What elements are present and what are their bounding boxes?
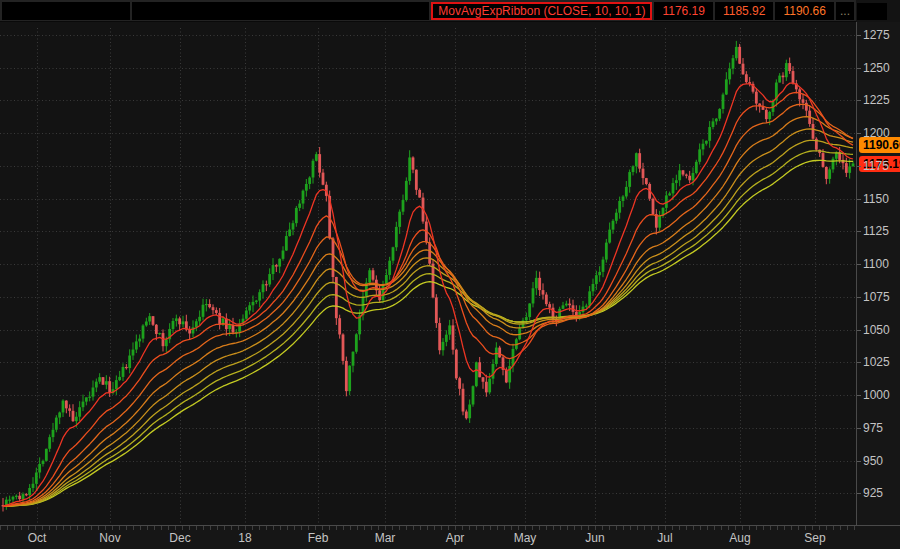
- study-values-overflow[interactable]: ...: [836, 2, 854, 20]
- study-label-cell[interactable]: MovAvgExpRibbon (CLOSE, 10, 10, 1): [431, 2, 652, 20]
- study-label: MovAvgExpRibbon (CLOSE, 10, 10, 1): [438, 4, 645, 18]
- time-axis-label: Aug: [729, 531, 750, 545]
- price-axis-tick: [857, 166, 861, 167]
- price-axis-label: 1150: [863, 192, 889, 206]
- time-axis-label: Feb: [308, 531, 329, 545]
- study-value-3: 1190.66: [783, 4, 826, 18]
- time-axis-label: May: [514, 531, 537, 545]
- time-axis[interactable]: OctNovDec18FebMarAprMayJunJulAugSep: [0, 525, 900, 549]
- study-value-cell-1[interactable]: 1176.19: [654, 2, 713, 20]
- price-axis-tick: [857, 362, 861, 363]
- price-axis[interactable]: 1190.66 1176.19 925950975100010251050107…: [856, 22, 900, 525]
- price-axis-label: 1000: [863, 388, 890, 402]
- study-value-cell-3[interactable]: 1190.66: [775, 2, 834, 20]
- price-axis-tick: [857, 264, 861, 265]
- overflow-ellipsis: ...: [840, 4, 850, 18]
- time-axis-label: Dec: [169, 531, 190, 545]
- price-axis-tick: [857, 199, 861, 200]
- price-axis-label: 950: [863, 454, 883, 468]
- price-axis-tick: [857, 395, 861, 396]
- price-axis-label: 925: [863, 486, 883, 500]
- price-axis-label: 1025: [863, 355, 890, 369]
- price-axis-label: 1200: [863, 126, 890, 140]
- price-axis-label: 1050: [863, 323, 890, 337]
- price-axis-tick: [857, 35, 861, 36]
- time-axis-label: Mar: [375, 531, 396, 545]
- time-axis-label: Jul: [657, 531, 672, 545]
- price-axis-label: 1100: [863, 257, 889, 271]
- time-axis-label: Oct: [28, 531, 47, 545]
- time-axis-label: Nov: [99, 531, 120, 545]
- time-axis-label: Sep: [804, 531, 825, 545]
- price-axis-label: 1225: [863, 93, 890, 107]
- study-legend-bar: MovAvgExpRibbon (CLOSE, 10, 10, 1) 1176.…: [0, 0, 856, 22]
- price-axis-label: 1175: [863, 159, 889, 173]
- price-chart-canvas[interactable]: [0, 22, 856, 525]
- price-axis-tick: [857, 330, 861, 331]
- study-value-2: 1185.92: [723, 4, 766, 18]
- legend-blank-cell[interactable]: [132, 2, 429, 20]
- price-axis-tick: [857, 428, 861, 429]
- time-axis-ticks: [0, 526, 856, 530]
- price-axis-tick: [857, 68, 861, 69]
- time-axis-label: Jun: [585, 531, 604, 545]
- price-axis-label: 1250: [863, 61, 890, 75]
- price-axis-tick: [857, 493, 861, 494]
- price-axis-tick: [857, 100, 861, 101]
- time-axis-label: Apr: [446, 531, 465, 545]
- legend-blank-cell[interactable]: [2, 2, 130, 20]
- price-axis-tick: [857, 133, 861, 134]
- time-axis-label: 18: [238, 531, 251, 545]
- price-axis-label: 975: [863, 421, 883, 435]
- study-value-1: 1176.19: [662, 4, 705, 18]
- price-axis-label: 1075: [863, 290, 890, 304]
- price-axis-tick: [857, 461, 861, 462]
- price-axis-tick: [857, 231, 861, 232]
- axis-corner-box[interactable]: [857, 3, 887, 20]
- price-axis-label: 1275: [863, 28, 890, 42]
- price-axis-label: 1125: [863, 224, 889, 238]
- study-value-cell-2[interactable]: 1185.92: [715, 2, 774, 20]
- price-axis-tick: [857, 297, 861, 298]
- trading-chart-window: MovAvgExpRibbon (CLOSE, 10, 10, 1) 1176.…: [0, 0, 900, 549]
